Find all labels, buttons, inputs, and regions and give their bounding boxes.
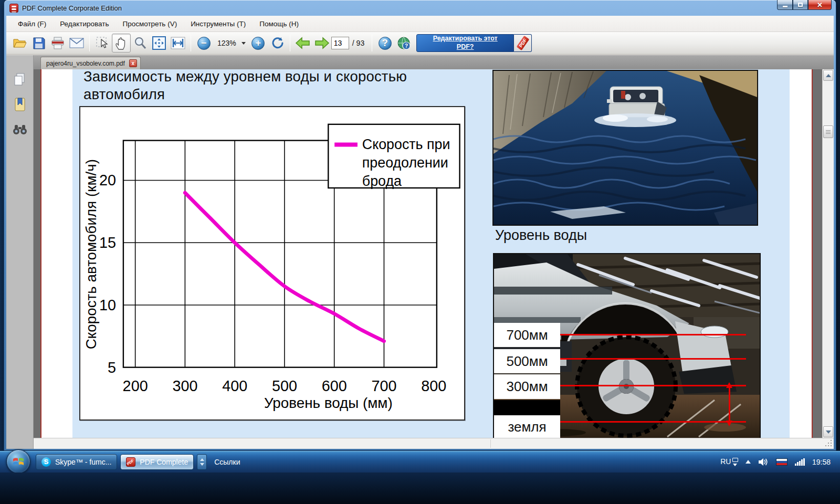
vertical-scrollbar[interactable] [822, 69, 834, 438]
keyboard-layout-icon [732, 458, 738, 462]
globe-help-icon: ? [397, 36, 411, 50]
links-toolbar-label[interactable]: Ссылки [214, 458, 240, 466]
printer-icon [51, 37, 65, 49]
svg-text:700: 700 [371, 377, 396, 394]
level-label-300: 300мм [494, 374, 560, 399]
arrow-down-icon [826, 430, 831, 434]
menu-file[interactable]: Файл (F) [12, 18, 52, 30]
volume-icon[interactable] [758, 458, 769, 466]
search-panel-button[interactable] [12, 121, 28, 138]
next-page-button[interactable] [312, 34, 331, 52]
level-line-700 [559, 334, 746, 335]
water-level-photo: 700мм 500мм 300мм земля [493, 253, 761, 438]
refresh-icon [270, 36, 284, 50]
edit-pdf-banner[interactable]: Редактировать этот PDF? [416, 34, 532, 52]
view-row: Зависимость между уровнем воды и скорост… [34, 69, 834, 438]
refresh-button[interactable] [268, 34, 287, 52]
arrow-up-icon [826, 74, 831, 77]
page-number-input[interactable] [331, 37, 349, 49]
close-button[interactable]: ✕ [808, 0, 832, 10]
web-help-button[interactable]: ? [394, 34, 413, 52]
window-client: Файл (F) Редактировать Просмотреть (V) И… [6, 16, 834, 449]
resize-grip[interactable] [824, 440, 832, 447]
show-hidden-icons-button[interactable] [746, 460, 751, 464]
bookmark-icon [14, 97, 26, 112]
taskbar-skype-button[interactable]: S Skype™ - fumc... [36, 454, 117, 470]
level-label-700: 700мм [494, 323, 560, 347]
open-button[interactable] [10, 34, 29, 52]
svg-text:5: 5 [108, 359, 116, 376]
menu-view[interactable]: Просмотреть (V) [116, 18, 183, 30]
taskbar: S Skype™ - fumc... PDF Complete Ссылки R… [0, 450, 840, 472]
minimize-button[interactable] [777, 0, 793, 10]
forward-arrow-icon [314, 37, 330, 49]
toolbar-expand-button[interactable] [197, 454, 207, 470]
print-button[interactable] [48, 34, 67, 52]
menu-tools[interactable]: Инструменты (Т) [184, 18, 252, 30]
language-code: RU [720, 457, 731, 466]
svg-text:преодолении: преодолении [362, 155, 448, 171]
document-viewport: Зависимость между уровнем воды и скорост… [34, 69, 822, 438]
start-button[interactable] [6, 449, 30, 474]
pages-panel-button[interactable] [12, 71, 28, 88]
window-controls: ✕ [777, 0, 832, 10]
taskbar-pdf-button[interactable]: PDF Complete [120, 454, 194, 470]
save-button[interactable] [29, 34, 48, 52]
horizontal-scrollbar[interactable] [34, 438, 834, 449]
scroll-down-button[interactable] [823, 426, 833, 437]
bookmarks-panel-button[interactable] [12, 96, 28, 113]
document-tab[interactable]: pajero4ru_vsobolev.com.pdf x [40, 57, 141, 69]
screen-bottom-band [0, 472, 840, 504]
ford-crossing-illustration [494, 71, 757, 225]
select-tool-button[interactable] [93, 34, 112, 52]
close-icon: ✕ [817, 2, 823, 8]
svg-text:20: 20 [99, 172, 116, 188]
zoom-tool-button[interactable] [131, 34, 150, 52]
system-tray: RU 19:58 [720, 457, 840, 466]
zoom-level[interactable]: 123% [217, 39, 236, 47]
level-spacer-black [494, 400, 560, 415]
zoom-in-button[interactable]: + [249, 34, 268, 52]
fit-page-button[interactable] [150, 34, 169, 52]
hand-tool-button[interactable] [112, 34, 131, 52]
document-area: pajero4ru_vsobolev.com.pdf x Зависимость… [34, 55, 834, 449]
pdf-complete-icon [126, 457, 135, 467]
toolbar-separator [89, 35, 90, 51]
tab-close-button[interactable]: x [129, 59, 137, 67]
clock[interactable]: 19:58 [812, 458, 831, 466]
menu-edit[interactable]: Редактировать [54, 18, 115, 30]
pdf-page: Зависимость между уровнем воды и скорост… [40, 69, 813, 438]
maximize-button[interactable] [793, 0, 808, 10]
language-indicator[interactable]: RU [720, 457, 738, 466]
hand-tool-icon [115, 36, 128, 50]
network-signal-icon[interactable] [795, 458, 805, 466]
menu-help[interactable]: Помощь (Н) [253, 18, 305, 30]
svg-text:10: 10 [99, 297, 116, 313]
zoom-out-icon: − [197, 37, 211, 50]
fit-width-button[interactable] [169, 34, 187, 52]
zoom-dropdown-caret[interactable] [242, 42, 246, 45]
help-button[interactable]: ? [375, 34, 394, 52]
svg-text:Скорость при: Скорость при [362, 136, 450, 152]
back-arrow-icon [295, 37, 311, 49]
email-button[interactable] [67, 34, 86, 52]
svg-text:?: ? [405, 43, 408, 49]
russian-flag-icon[interactable] [776, 458, 788, 466]
vertical-scroll-thumb[interactable] [823, 125, 833, 138]
svg-text:15: 15 [99, 234, 116, 251]
scroll-up-button[interactable] [823, 70, 833, 81]
level-line-300 [559, 385, 746, 386]
title-bar[interactable]: PDF Complete Corporate Edition ✕ [4, 0, 836, 16]
toolbar-separator [372, 35, 372, 51]
zoom-out-button[interactable]: − [194, 34, 213, 52]
pdf-page-icon [514, 34, 532, 52]
maximize-icon [798, 3, 803, 7]
previous-page-button[interactable] [293, 34, 312, 52]
svg-text:400: 400 [222, 377, 247, 394]
svg-text:600: 600 [322, 377, 347, 394]
page-total: / 93 [352, 39, 364, 47]
windows-logo-icon [12, 455, 25, 468]
zoom-in-icon: + [251, 37, 265, 50]
pdf-complete-window: PDF Complete Corporate Edition ✕ Файл (F… [4, 0, 836, 450]
edit-pdf-banner-text: Редактировать этот PDF? [416, 34, 514, 52]
